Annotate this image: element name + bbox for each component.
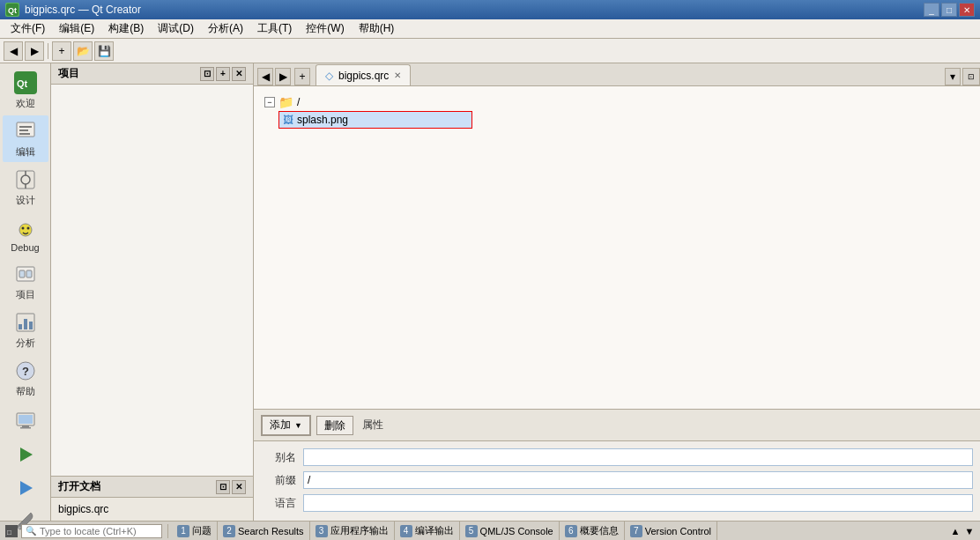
main-layout: Qt 欢迎 编辑: [0, 63, 980, 521]
title-bar: Qt bigpics.qrc — Qt Creator _ □ ✕: [0, 0, 980, 19]
svg-rect-25: [19, 415, 33, 424]
menu-file[interactable]: 文件(F): [4, 19, 52, 38]
left-panel: 项目 ⊡ + ✕ 打开文档 ⊡ ✕ bigpics.qrc: [51, 63, 254, 521]
svg-rect-27: [20, 427, 31, 429]
maximize-button[interactable]: □: [941, 3, 957, 17]
menu-debug[interactable]: 调试(D): [151, 19, 201, 38]
project-panel-add[interactable]: +: [216, 67, 230, 81]
status-scroll-up[interactable]: ▲: [948, 524, 962, 538]
open-docs-header: 打开文档 ⊡ ✕: [51, 477, 253, 498]
toolbar-back[interactable]: ◀: [4, 41, 23, 61]
prop-row-prefix: 前缀: [261, 470, 973, 491]
status-tab-qml[interactable]: 5 QML/JS Console: [460, 522, 560, 541]
sidebar-item-edit[interactable]: 编辑: [3, 115, 48, 162]
status-tab-num-1: 1: [177, 525, 189, 537]
search-input[interactable]: [40, 526, 145, 536]
status-bar: □ 🔍 1 问题 2 Search Results 3 应用程序输出 4 编译输…: [0, 521, 980, 540]
project-panel-content: [51, 85, 253, 476]
open-docs-content: bigpics.qrc: [51, 498, 253, 521]
tab-new[interactable]: +: [294, 68, 310, 85]
sidebar-item-projects[interactable]: 项目: [3, 258, 48, 305]
sidebar-item-run-debug[interactable]: [3, 472, 48, 504]
window-controls: _ □ ✕: [924, 3, 975, 17]
tree-item-splash[interactable]: 🖼 splash.png: [278, 111, 472, 129]
toolbar-save[interactable]: 💾: [94, 41, 114, 61]
status-tab-label-search: Search Results: [238, 526, 304, 536]
minimize-button[interactable]: _: [924, 3, 939, 17]
sidebar-item-help[interactable]: ? 帮助: [3, 355, 48, 402]
status-tab-vcs[interactable]: 7 Version Control: [625, 522, 717, 541]
close-button[interactable]: ✕: [959, 3, 975, 17]
toolbar-new[interactable]: +: [52, 41, 71, 61]
status-tab-label-problems: 问题: [192, 524, 212, 537]
tab-scroll-right[interactable]: ▶: [275, 68, 291, 85]
status-tab-search[interactable]: 2 Search Results: [218, 522, 310, 541]
tab-expand[interactable]: ⊡: [962, 68, 980, 85]
prop-language-input[interactable]: [303, 494, 973, 512]
status-tab-label-vcs: Version Control: [645, 526, 711, 536]
add-button[interactable]: 添加 ▼: [262, 416, 310, 435]
menu-build[interactable]: 构建(B): [101, 19, 151, 38]
project-panel-close[interactable]: ✕: [232, 67, 246, 81]
status-tab-label-compile: 编译输出: [415, 524, 454, 537]
open-docs-expand[interactable]: ⊡: [216, 480, 230, 494]
svg-rect-26: [22, 425, 29, 427]
sidebar-icons: Qt 欢迎 编辑: [0, 63, 51, 521]
sidebar-item-welcome[interactable]: Qt 欢迎: [3, 67, 48, 114]
menu-analyze[interactable]: 分析(A): [201, 19, 250, 38]
prop-prefix-input[interactable]: [303, 471, 973, 489]
sidebar-item-run[interactable]: [3, 439, 48, 470]
open-docs-close[interactable]: ✕: [232, 480, 246, 494]
edit-icon: [13, 119, 38, 144]
open-doc-bigpics[interactable]: bigpics.qrc: [58, 501, 246, 517]
tree-root[interactable]: − 📁 /: [261, 93, 973, 111]
toolbar-open[interactable]: 📂: [73, 41, 93, 61]
open-docs-controls: ⊡ ✕: [216, 480, 246, 494]
menu-controls[interactable]: 控件(W): [299, 19, 351, 38]
app-icon: Qt: [5, 3, 19, 17]
status-tab-overview[interactable]: 6 概要信息: [560, 522, 625, 541]
status-tab-label-appoutput: 应用程序输出: [330, 524, 389, 537]
status-tab-num-5: 5: [465, 525, 478, 537]
menu-tools[interactable]: 工具(T): [250, 19, 299, 38]
tab-bar: ◀ ▶ + ◇ bigpics.qrc ✕ ▾ ⊡: [254, 63, 980, 86]
sidebar-item-computer[interactable]: [3, 405, 48, 437]
projects-icon: [13, 262, 38, 286]
prop-row-language: 语言: [261, 492, 973, 514]
window-title: bigpics.qrc — Qt Creator: [25, 4, 141, 16]
welcome-icon: Qt: [13, 70, 38, 95]
editor-toolbar: 添加 ▼ 删除 属性: [254, 409, 980, 440]
sidebar-item-debug[interactable]: Debug: [3, 212, 48, 256]
tab-close-bigpics[interactable]: ✕: [394, 70, 401, 80]
tree-collapse-root[interactable]: −: [264, 97, 275, 107]
prop-prefix-label: 前缀: [261, 473, 296, 488]
tab-scroll-left[interactable]: ◀: [257, 68, 273, 85]
tab-menu[interactable]: ▾: [945, 68, 961, 85]
status-tab-problems[interactable]: 1 问题: [172, 522, 218, 541]
svg-rect-21: [29, 322, 33, 329]
toolbar-forward[interactable]: ▶: [25, 41, 44, 61]
tab-bigpics[interactable]: ◇ bigpics.qrc ✕: [316, 64, 411, 85]
prop-alias-input[interactable]: [303, 448, 973, 466]
menu-edit[interactable]: 编辑(E): [52, 19, 101, 38]
open-docs-title: 打开文档: [58, 479, 100, 494]
status-scroll-down[interactable]: ▼: [962, 524, 976, 538]
sidebar-item-design[interactable]: 设计: [3, 164, 48, 211]
status-tab-appoutput[interactable]: 3 应用程序输出: [310, 522, 395, 541]
tree-view: − 📁 / 🖼 splash.png: [254, 86, 980, 136]
project-panel-expand[interactable]: ⊡: [200, 67, 214, 81]
tab-icon: ◇: [325, 70, 333, 82]
menu-help[interactable]: 帮助(H): [352, 19, 402, 38]
svg-rect-16: [19, 270, 25, 277]
delete-button[interactable]: 删除: [316, 416, 353, 435]
status-tab-compile[interactable]: 4 编译输出: [395, 522, 460, 541]
project-panel-header: 项目 ⊡ + ✕: [51, 63, 253, 85]
delete-label: 删除: [324, 419, 345, 432]
svg-text:?: ?: [22, 365, 29, 378]
properties-label: 属性: [362, 418, 383, 433]
sidebar-item-analyze[interactable]: 分析: [3, 307, 48, 353]
status-tabs: 1 问题 2 Search Results 3 应用程序输出 4 编译输出 5 …: [168, 522, 945, 541]
welcome-label: 欢迎: [16, 97, 35, 110]
analyze-icon: [13, 310, 38, 335]
status-left: □ 🔍: [0, 524, 168, 538]
